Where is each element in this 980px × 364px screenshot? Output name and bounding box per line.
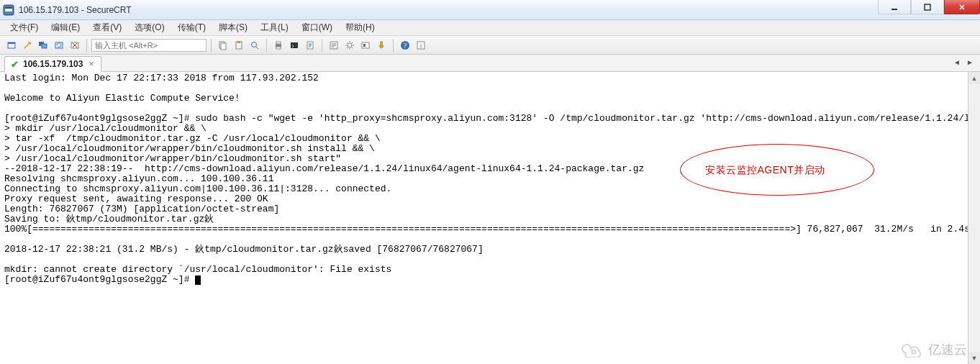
- menu-edit[interactable]: 编辑(E): [45, 20, 86, 35]
- terminal-area: Last login: Mon Dec 17 22:17:33 2018 fro…: [0, 72, 980, 364]
- tab-close-icon[interactable]: ×: [87, 59, 95, 69]
- reconnect-icon[interactable]: [52, 38, 66, 53]
- toolbar-separator: [322, 39, 322, 52]
- svg-rect-6: [8, 42, 15, 44]
- svg-rect-12: [221, 43, 226, 50]
- tab-label: 106.15.179.103: [23, 59, 83, 69]
- settings-icon[interactable]: [342, 38, 357, 53]
- titlebar: 106.15.179.103 - SecureCRT: [0, 0, 980, 20]
- svg-rect-17: [276, 42, 281, 44]
- quick-connect-icon[interactable]: [20, 38, 35, 53]
- toolbar-separator: [266, 39, 267, 52]
- svg-rect-3: [891, 9, 897, 10]
- menu-window[interactable]: 窗口(W): [296, 20, 338, 35]
- toolbar-separator: [211, 39, 212, 52]
- menu-tool[interactable]: 工具(L): [255, 20, 294, 35]
- about-icon[interactable]: i: [414, 38, 428, 53]
- sessions-icon[interactable]: [36, 38, 50, 53]
- menubar: 文件(F) 编辑(E) 查看(V) 选项(O) 传输(T) 脚本(S) 工具(L…: [0, 20, 980, 36]
- svg-rect-8: [42, 44, 47, 48]
- menu-help[interactable]: 帮助(H): [340, 20, 381, 35]
- terminal[interactable]: Last login: Mon Dec 17 22:17:33 2018 fro…: [0, 72, 968, 364]
- svg-point-15: [252, 42, 257, 47]
- tab-nav: ◄ ►: [951, 56, 976, 68]
- properties-icon[interactable]: [327, 38, 341, 53]
- menu-options[interactable]: 选项(O): [129, 20, 170, 35]
- menu-file[interactable]: 文件(F): [4, 20, 44, 35]
- connect-icon[interactable]: [4, 38, 19, 53]
- svg-rect-4: [925, 4, 930, 10]
- svg-text:i: i: [420, 42, 422, 50]
- find-icon[interactable]: [248, 38, 262, 53]
- app-icon: [3, 4, 14, 16]
- svg-point-22: [348, 43, 352, 47]
- keymap-icon[interactable]: [374, 38, 389, 53]
- tabbar: ✔ 106.15.179.103 × ◄ ►: [0, 55, 980, 72]
- session-tab[interactable]: ✔ 106.15.179.103 ×: [4, 56, 101, 72]
- scripts-icon[interactable]: [303, 38, 317, 53]
- svg-rect-2: [5, 7, 12, 9]
- window-controls: [878, 0, 980, 14]
- menu-transfer[interactable]: 传输(T): [172, 20, 212, 35]
- toolbar-separator: [86, 39, 87, 52]
- toolbar: ? i: [0, 36, 980, 55]
- svg-text:?: ?: [404, 42, 407, 50]
- terminal-cursor: [195, 276, 201, 285]
- window-title: 106.15.179.103 - SecureCRT: [19, 5, 132, 15]
- options-icon[interactable]: [358, 38, 373, 53]
- menu-view[interactable]: 查看(V): [87, 20, 127, 35]
- scroll-down-icon[interactable]: ▼: [968, 352, 980, 364]
- help-icon[interactable]: ?: [398, 38, 412, 53]
- tab-prev-icon[interactable]: ◄: [951, 56, 963, 68]
- tab-next-icon[interactable]: ►: [964, 56, 976, 68]
- disconnect-icon[interactable]: [68, 38, 82, 53]
- svg-rect-14: [237, 41, 240, 43]
- svg-rect-24: [363, 44, 366, 47]
- toolbar-separator: [393, 39, 394, 52]
- maximize-button[interactable]: [911, 0, 944, 14]
- terminal-icon[interactable]: [287, 38, 301, 53]
- scrollbar[interactable]: ▲ ▼: [968, 72, 980, 364]
- print-icon[interactable]: [271, 38, 286, 53]
- menu-script[interactable]: 脚本(S): [213, 20, 253, 35]
- copy-icon[interactable]: [216, 38, 230, 53]
- host-input[interactable]: [91, 39, 207, 52]
- connected-check-icon: ✔: [11, 60, 19, 69]
- paste-icon[interactable]: [232, 38, 246, 53]
- close-button[interactable]: [944, 0, 980, 14]
- svg-rect-19: [291, 42, 298, 48]
- svg-rect-18: [276, 47, 281, 49]
- minimize-button[interactable]: [878, 0, 911, 14]
- scroll-up-icon[interactable]: ▲: [968, 72, 980, 84]
